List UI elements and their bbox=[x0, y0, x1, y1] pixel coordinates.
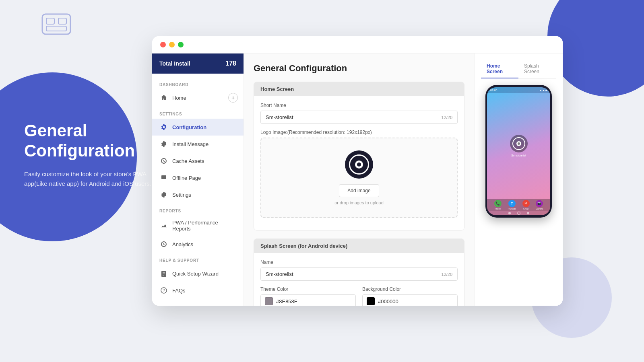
home-icon bbox=[159, 93, 168, 102]
theme-color-swatch bbox=[265, 297, 273, 305]
sidebar-item-home[interactable]: Home + bbox=[152, 89, 244, 106]
sidebar-item-faqs-label: FAQs bbox=[172, 288, 186, 294]
page-title: General Configuration bbox=[254, 63, 464, 74]
sidebar-item-settings[interactable]: Settings bbox=[152, 186, 244, 203]
sidebar-item-install-message-label: Install Message bbox=[172, 141, 208, 147]
section-label-dashboard: DASHBOARD bbox=[152, 77, 244, 89]
phone-app-icon bbox=[510, 135, 528, 152]
phone-app-area: Sm-storelist bbox=[487, 93, 550, 199]
add-btn[interactable]: + bbox=[228, 93, 238, 103]
sidebar: Total Install 178 DASHBOARD Home + SETTI… bbox=[152, 53, 244, 306]
logo-group: Logo Image:(Recommended resolution: 192x… bbox=[260, 130, 458, 218]
short-name-value: Sm-storelist bbox=[266, 114, 293, 120]
title-line2: Configuration bbox=[24, 141, 135, 160]
minimize-button[interactable] bbox=[169, 42, 175, 47]
tab-splash-screen[interactable]: Splash Screen bbox=[518, 60, 556, 78]
quick-setup-icon bbox=[159, 269, 168, 278]
svg-text:?: ? bbox=[163, 288, 165, 293]
sidebar-item-cache-assets-label: Cache Assets bbox=[172, 158, 204, 164]
sidebar-item-cache-assets[interactable]: Cache Assets bbox=[152, 152, 244, 169]
main-content: General Configuration Home Screen Short … bbox=[244, 53, 474, 306]
drop-text: or drop images to upload bbox=[273, 200, 445, 205]
home-screen-header: Home Screen bbox=[254, 82, 464, 96]
add-image-button[interactable]: Add image bbox=[339, 184, 379, 197]
svg-rect-5 bbox=[161, 228, 167, 228]
close-button[interactable] bbox=[160, 42, 166, 47]
svg-rect-4 bbox=[161, 175, 166, 179]
sidebar-item-write-review[interactable]: ❤ Write a Review bbox=[152, 299, 244, 306]
bg-color-label: Background Color bbox=[362, 286, 458, 292]
splash-name-input[interactable]: Sm-storelist 12/20 bbox=[260, 267, 458, 281]
color-row: Theme Color #8E858F Background Color #00… bbox=[260, 286, 458, 306]
description: Easily customize the look of your store'… bbox=[24, 169, 153, 189]
sidebar-nav: DASHBOARD Home + SETTINGS Configuration bbox=[152, 74, 244, 306]
sidebar-item-configuration[interactable]: Configuration bbox=[152, 119, 244, 136]
bg-color-group: Background Color #000000 bbox=[362, 286, 458, 306]
logo-area bbox=[40, 12, 72, 38]
phone-label-camera: Camera bbox=[536, 208, 543, 210]
section-label-settings: SETTINGS bbox=[152, 106, 244, 119]
short-name-group: Short Name Sm-storelist 12/20 bbox=[260, 103, 458, 124]
phone-bottom-app-camera: 📷 Camera bbox=[536, 200, 543, 210]
total-install-label: Total Install bbox=[159, 60, 190, 67]
short-name-input[interactable]: Sm-storelist 12/20 bbox=[260, 111, 458, 124]
phone-nav-home bbox=[517, 212, 520, 215]
write-review-icon: ❤ bbox=[159, 303, 168, 306]
sidebar-item-settings-label: Settings bbox=[172, 192, 191, 198]
analytics-icon bbox=[159, 240, 168, 249]
sidebar-item-configuration-label: Configuration bbox=[172, 124, 206, 130]
phone-nav bbox=[487, 211, 550, 215]
left-panel: General Configuration Easily customize t… bbox=[24, 121, 153, 189]
app-window: Total Install 178 DASHBOARD Home + SETTI… bbox=[152, 36, 563, 306]
theme-color-group: Theme Color #8E858F bbox=[260, 286, 356, 306]
preview-tabs: Home Screen Splash Screen bbox=[481, 60, 556, 78]
splash-name-value: Sm-storelist bbox=[266, 271, 293, 277]
phone-time: 08:00 bbox=[490, 89, 497, 92]
sidebar-item-analytics[interactable]: Analytics bbox=[152, 236, 244, 253]
sidebar-item-pwa-reports-label: PWA / Performance Reports bbox=[172, 220, 236, 232]
maximize-button[interactable] bbox=[178, 42, 184, 47]
phone-icon-gmail: M bbox=[522, 200, 530, 207]
title-line1: General bbox=[24, 121, 87, 140]
splash-name-label: Name bbox=[260, 259, 458, 265]
section-label-help: HELP & SUPPORT bbox=[152, 253, 244, 265]
sidebar-item-install-message[interactable]: Install Message bbox=[152, 136, 244, 152]
sidebar-item-quick-setup[interactable]: Quick Setup Wizard bbox=[152, 265, 244, 282]
sidebar-item-offline-page[interactable]: Offline Page bbox=[152, 169, 244, 186]
splash-name-group: Name Sm-storelist 12/20 bbox=[260, 259, 458, 281]
sidebar-item-analytics-label: Analytics bbox=[172, 241, 193, 247]
total-install-widget: Total Install 178 bbox=[152, 53, 244, 74]
svg-rect-1 bbox=[46, 18, 54, 24]
tab-home-screen[interactable]: Home Screen bbox=[481, 60, 518, 78]
theme-color-value: #8E858F bbox=[276, 298, 297, 304]
svg-rect-3 bbox=[46, 26, 66, 31]
sidebar-item-faqs[interactable]: ? FAQs bbox=[152, 282, 244, 299]
sidebar-item-home-label: Home bbox=[172, 95, 186, 101]
phone-bottom-bar: 📞 Phone T Translate M bbox=[487, 199, 550, 211]
phone-mockup: 08:00 ▲ ● ■ Sm-storelist bbox=[485, 85, 552, 218]
phone-screen: 08:00 ▲ ● ■ Sm-storelist bbox=[487, 87, 550, 215]
phone-app-name: Sm-storelist bbox=[511, 154, 526, 157]
short-name-label: Short Name bbox=[260, 103, 458, 108]
splash-name-count: 12/20 bbox=[441, 272, 452, 277]
splash-screen-section: Splash Screen (for Android device) Name … bbox=[254, 239, 464, 306]
theme-color-input[interactable]: #8E858F bbox=[260, 294, 356, 306]
total-install-count: 178 bbox=[225, 60, 236, 67]
bg-color-input[interactable]: #000000 bbox=[362, 294, 458, 306]
install-message-icon bbox=[159, 140, 168, 148]
upload-area[interactable]: Add image or drop images to upload bbox=[260, 138, 458, 218]
phone-icon-phone: 📞 bbox=[494, 200, 502, 207]
bg-color-swatch bbox=[367, 297, 375, 305]
phone-bottom-app-translate: T Translate bbox=[508, 200, 516, 210]
title-bar bbox=[152, 36, 563, 53]
phone-bottom-app-gmail: M Gmail bbox=[522, 200, 530, 210]
section-label-reports: REPORTS bbox=[152, 203, 244, 216]
splash-screen-header: Splash Screen (for Android device) bbox=[254, 239, 464, 253]
phone-status-icons: ▲ ● ■ bbox=[539, 89, 547, 92]
phone-label-phone: Phone bbox=[495, 208, 501, 210]
upload-icon-circle bbox=[345, 150, 373, 179]
phone-label-translate: Translate bbox=[508, 208, 516, 210]
offline-page-icon bbox=[159, 173, 168, 182]
sidebar-item-pwa-reports[interactable]: PWA / Performance Reports bbox=[152, 216, 244, 236]
sidebar-item-quick-setup-label: Quick Setup Wizard bbox=[172, 271, 219, 277]
